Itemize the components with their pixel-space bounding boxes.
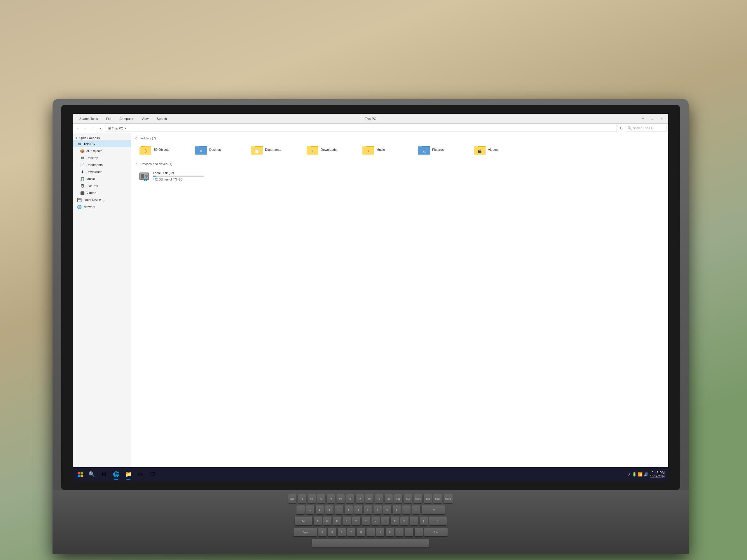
back-button[interactable]: ← <box>75 125 81 132</box>
address-path[interactable]: 🖥 This PC > <box>105 125 617 132</box>
key-l[interactable]: L <box>395 528 404 536</box>
sidebar-item-pictures[interactable]: 🖼 Pictures <box>73 182 131 189</box>
key-6[interactable]: 6 <box>354 505 362 514</box>
search-box[interactable]: 🔍 Search This PC <box>626 125 667 132</box>
key-f1[interactable]: F1 <box>298 495 306 503</box>
folder-videos[interactable]: 🎬 Videos <box>470 143 524 156</box>
key-f12[interactable]: F12 <box>404 495 412 503</box>
tray-volume-icon[interactable]: 🔊 <box>644 472 648 477</box>
key-f2[interactable]: F2 <box>308 495 316 503</box>
up-button[interactable]: ↑ <box>90 125 96 132</box>
recent-button[interactable]: ▾ <box>98 125 104 132</box>
folder-downloads[interactable]: ↓ Downloads <box>303 143 357 156</box>
tab-search-tools[interactable]: Search Tools <box>75 116 102 122</box>
key-f3[interactable]: F3 <box>317 495 325 503</box>
key-q[interactable]: Q <box>314 516 322 525</box>
key-delete[interactable]: Delete <box>443 495 453 503</box>
key-backspace[interactable]: ⌫ <box>422 505 445 514</box>
key-end[interactable]: End <box>424 495 432 503</box>
key-quote[interactable]: ' <box>415 528 423 536</box>
taskbar-security-button[interactable]: 🛡 <box>147 468 159 480</box>
tray-expand-icon[interactable]: ∧ <box>628 472 631 477</box>
key-4[interactable]: 4 <box>335 505 343 514</box>
key-f11[interactable]: F11 <box>394 495 403 503</box>
folder-3d-objects[interactable]: ⬡ 3D Objects <box>136 143 190 156</box>
refresh-button[interactable]: ↻ <box>618 125 624 132</box>
key-minus[interactable]: - <box>403 505 411 514</box>
folder-desktop[interactable]: 🖥 Desktop <box>192 143 246 156</box>
key-9[interactable]: 9 <box>383 505 391 514</box>
taskbar-explorer-button[interactable]: 📁 <box>123 468 134 480</box>
key-home[interactable]: Home <box>413 495 422 503</box>
drive-local-disk[interactable]: Local Disk (C:) 442 GB free of 476 GB <box>136 168 206 184</box>
key-e[interactable]: E <box>333 516 341 525</box>
maximize-button[interactable]: □ <box>648 115 656 122</box>
tab-search[interactable]: Search <box>153 116 171 122</box>
close-button[interactable]: ✕ <box>658 115 666 122</box>
key-s[interactable]: S <box>328 528 336 536</box>
key-y[interactable]: Y <box>362 516 370 525</box>
key-semicolon[interactable]: ; <box>405 528 413 536</box>
taskbar-clock[interactable]: 2:43 PM 10/19/2024 <box>650 471 665 478</box>
folder-pictures[interactable]: 🖼 Pictures <box>415 143 469 156</box>
key-capslock[interactable]: Caps <box>293 528 317 536</box>
key-7[interactable]: 7 <box>364 505 372 514</box>
taskbar-widgets-button[interactable]: ⊞ <box>98 468 110 480</box>
sidebar-item-videos[interactable]: 🎬 Videos <box>73 189 131 196</box>
start-button[interactable] <box>74 468 86 480</box>
taskbar-search-button[interactable]: 🔍 <box>86 469 97 480</box>
key-a[interactable]: A <box>318 528 327 536</box>
key-f8[interactable]: F8 <box>365 495 374 503</box>
key-tab[interactable]: Tab <box>295 516 312 525</box>
key-space[interactable] <box>312 539 429 548</box>
key-2[interactable]: 2 <box>316 505 324 514</box>
key-5[interactable]: 5 <box>344 505 353 514</box>
sidebar-item-music[interactable]: 🎵 Music <box>73 175 131 182</box>
key-j[interactable]: J <box>376 528 384 536</box>
taskbar-store-button[interactable]: 🛍 <box>135 468 147 480</box>
tab-computer[interactable]: Computer <box>115 116 137 122</box>
key-rbracket[interactable]: ] <box>420 516 428 525</box>
sidebar-item-downloads[interactable]: ⬇ Downloads <box>73 168 131 175</box>
key-f10[interactable]: F10 <box>385 495 393 503</box>
key-f9[interactable]: F9 <box>375 495 383 503</box>
folder-documents[interactable]: 📄 Documents <box>248 143 302 156</box>
key-i[interactable]: I <box>381 516 389 525</box>
sidebar-item-3d-objects[interactable]: 📦 3D Objects <box>73 147 131 154</box>
taskbar-edge-button[interactable]: 🌐 <box>110 468 122 480</box>
key-equals[interactable]: = <box>412 505 420 514</box>
key-f4[interactable]: F4 <box>327 495 335 503</box>
key-f7[interactable]: F7 <box>356 495 364 503</box>
key-backslash[interactable]: \ <box>429 516 447 525</box>
key-insert[interactable]: Insert <box>433 495 442 503</box>
minimize-button[interactable]: ─ <box>639 115 647 122</box>
key-k[interactable]: K <box>386 528 394 536</box>
sidebar-item-network[interactable]: 🌐 Network <box>73 203 131 210</box>
key-t[interactable]: T <box>352 516 360 525</box>
key-lbracket[interactable]: [ <box>410 516 418 525</box>
key-backtick[interactable]: ` <box>297 505 305 514</box>
key-8[interactable]: 8 <box>374 505 382 514</box>
key-f[interactable]: F <box>347 528 355 536</box>
forward-button[interactable]: → <box>82 125 89 132</box>
tab-view[interactable]: View <box>137 116 153 122</box>
sidebar-item-this-pc[interactable]: 🖥 This PC <box>73 140 131 147</box>
key-3[interactable]: 3 <box>325 505 334 514</box>
key-f6[interactable]: F6 <box>346 495 354 503</box>
key-h[interactable]: H <box>366 528 375 536</box>
key-r[interactable]: R <box>342 516 351 525</box>
key-w[interactable]: W <box>323 516 332 525</box>
tab-file[interactable]: File <box>102 116 115 122</box>
folder-music[interactable]: ♪ Music <box>359 143 413 156</box>
key-0[interactable]: 0 <box>393 505 401 514</box>
key-esc[interactable]: Esc <box>288 495 297 503</box>
key-u[interactable]: U <box>371 516 380 525</box>
key-enter[interactable]: Enter <box>424 528 447 536</box>
sidebar-item-local-disk[interactable]: 💾 Local Disk (C:) <box>73 196 131 203</box>
key-p[interactable]: P <box>400 516 409 525</box>
key-g[interactable]: G <box>357 528 365 536</box>
key-f5[interactable]: F5 <box>336 495 344 503</box>
sidebar-item-desktop[interactable]: 🖥 Desktop <box>73 154 131 161</box>
key-1[interactable]: 1 <box>306 505 314 514</box>
sidebar-item-documents[interactable]: 📄 Documents <box>73 161 131 168</box>
